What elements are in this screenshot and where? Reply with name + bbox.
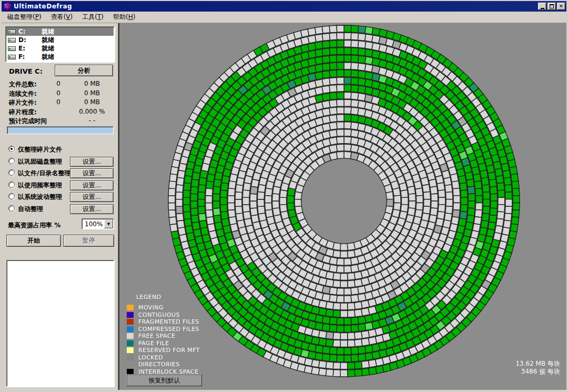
method-label[interactable]: 以文件/目录名整理 [18, 169, 70, 178]
legend-item: CONTIGUOUS [127, 311, 200, 318]
method-radio[interactable] [8, 169, 15, 176]
menu-view[interactable]: 查看(V) [46, 12, 78, 23]
method-row: 以使用频率整理设置... [2, 180, 118, 191]
legend-swatch [127, 340, 134, 346]
method-label[interactable]: 以使用频率整理 [18, 181, 62, 190]
settings-button[interactable]: 设置... [70, 204, 114, 214]
method-radio[interactable] [8, 158, 15, 164]
legend-item: FREE SPACE [127, 333, 200, 339]
menu-help[interactable]: 帮助(H) [108, 12, 140, 23]
drive-icon [8, 38, 16, 43]
resource-usage-label: 最高资源占用率 % [8, 221, 60, 230]
settings-button[interactable]: 设置... [70, 180, 114, 190]
method-label[interactable]: 仅整理碎片文件 [18, 145, 62, 154]
legend-label: DIRECTORIES [138, 361, 180, 368]
legend-swatch [127, 347, 134, 353]
legend-item: DIRECTORIES [127, 361, 200, 368]
stat-size: 0 MB [70, 89, 114, 97]
stat-count: 0 [48, 80, 69, 87]
stat-label: 连续文件: [9, 89, 37, 98]
legend-item: PAGE FILE [127, 340, 200, 347]
resource-usage-select[interactable]: 100% ▼ [82, 218, 114, 229]
close-button[interactable]: ✕ [557, 3, 565, 10]
log-listbox[interactable] [6, 260, 114, 387]
minimize-icon [541, 8, 544, 9]
legend-swatch [127, 333, 134, 339]
legend-label: INTERBLOCK SPACE [138, 368, 198, 375]
drive-status: 就绪 [42, 44, 54, 53]
titlebar[interactable]: UltimateDefrag ✕ [2, 1, 566, 12]
legend-swatch [127, 326, 134, 332]
drive-letter: D: [18, 36, 42, 44]
settings-button[interactable]: 设置... [70, 157, 114, 167]
stat-row: 文件总数:00 MB [2, 80, 118, 88]
legend-item: INTERBLOCK SPACE [127, 368, 200, 375]
block-info: 13.62 MB 每块 3486 簇 每块 [515, 360, 560, 376]
legend-item: FRAGMENTED FILES [127, 318, 200, 325]
menu-defrag[interactable]: 磁盘整理(P) [3, 12, 46, 23]
control-panel: C:就绪D:就绪E:就绪F:就绪 DRIVE C: 分析 文件总数:00 MB连… [2, 23, 118, 390]
window-title: UltimateDefrag [14, 3, 72, 10]
method-label[interactable]: 自动整理 [18, 205, 43, 214]
chevron-down-icon[interactable]: ▼ [104, 219, 113, 228]
start-button[interactable]: 开始 [6, 235, 61, 247]
stat-size: 0.000 % [70, 108, 114, 115]
method-row: 仅整理碎片文件 [2, 145, 118, 155]
legend-item: MOVING [127, 304, 200, 311]
drive-letter: C: [18, 28, 42, 35]
method-label[interactable]: 以系统波动整理 [18, 193, 62, 202]
drive-status: 就绪 [42, 27, 54, 36]
stat-size: - - [70, 117, 114, 124]
legend-label: PAGE FILE [138, 340, 169, 347]
minimize-button[interactable] [538, 3, 546, 10]
drive-row-d[interactable]: D:就绪 [6, 36, 114, 44]
pause-button[interactable]: 暂停 [63, 235, 114, 247]
stat-row: 连续文件:00 MB [2, 89, 118, 98]
stat-row: 碎片程度:0.000 % [2, 108, 118, 116]
settings-button[interactable]: 设置... [70, 168, 114, 178]
drive-title: DRIVE C: [9, 67, 43, 75]
analyze-button[interactable]: 分析 [55, 65, 113, 76]
drive-icon [8, 29, 16, 34]
drive-row-e[interactable]: E:就绪 [6, 44, 114, 53]
legend-label: FREE SPACE [138, 333, 175, 339]
legend-label: CONTIGUOUS [138, 311, 180, 318]
legend-label: FRAGMENTED FILES [138, 318, 199, 325]
menu-tools[interactable]: 工具(T) [77, 12, 108, 23]
stat-label: 碎片文件: [9, 98, 37, 107]
method-radio[interactable] [8, 193, 15, 199]
block-clusters-label: 3486 簇 每块 [515, 368, 560, 376]
stat-row: 预计完成时间- - [2, 117, 118, 125]
legend-label: LOCKED [138, 354, 163, 361]
app-window: UltimateDefrag ✕ 磁盘整理(P) 查看(V) 工具(T) 帮助(… [0, 0, 568, 392]
method-radio[interactable] [8, 146, 15, 152]
legend-swatch [127, 355, 134, 360]
stat-label: 文件总数: [9, 80, 37, 89]
maximize-button[interactable] [547, 3, 556, 10]
drive-list[interactable]: C:就绪D:就绪E:就绪F:就绪 [5, 26, 115, 62]
legend-swatch [127, 312, 134, 318]
legend-swatch [127, 369, 134, 375]
method-radio[interactable] [8, 205, 15, 212]
legend-swatch [127, 319, 134, 325]
legend-title: LEGEND [136, 294, 200, 300]
method-label[interactable]: 以巩固磁盘整理 [18, 157, 62, 166]
stat-label: 预计完成时间 [9, 117, 47, 126]
legend-label: COMPRESSED FILES [138, 326, 199, 333]
legend-item: RESERVED FOR MFT [127, 347, 200, 354]
drive-status: 就绪 [42, 36, 54, 45]
window-controls: ✕ [538, 3, 565, 10]
legend-item: LOCKED [127, 354, 200, 361]
drive-letter: E: [18, 45, 42, 52]
legend-item: COMPRESSED FILES [127, 326, 200, 333]
settings-button[interactable]: 设置... [70, 192, 114, 202]
restore-defaults-button[interactable]: 恢复到默认 [127, 375, 202, 386]
disk-map-area: LEGEND MOVINGCONTIGUOUSFRAGMENTED FILESC… [118, 23, 566, 390]
drive-row-c[interactable]: C:就绪 [6, 27, 114, 36]
legend-items: MOVINGCONTIGUOUSFRAGMENTED FILESCOMPRESS… [127, 304, 200, 375]
drive-status: 就绪 [42, 53, 54, 62]
stat-size: 0 MB [70, 80, 114, 87]
main-content: C:就绪D:就绪E:就绪F:就绪 DRIVE C: 分析 文件总数:00 MB连… [2, 23, 566, 390]
method-radio[interactable] [8, 182, 15, 188]
drive-row-f[interactable]: F:就绪 [6, 53, 114, 61]
